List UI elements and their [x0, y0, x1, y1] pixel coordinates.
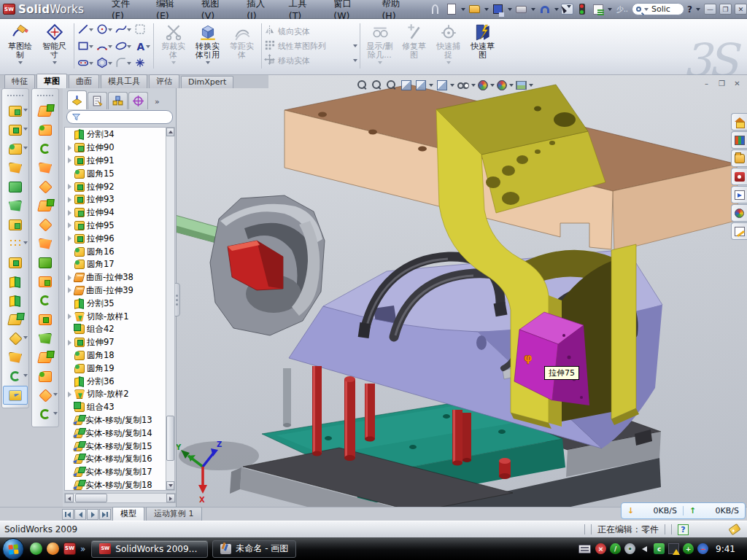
quick-launch-launcher[interactable] — [47, 542, 59, 555]
surfaces-tool-9[interactable] — [33, 253, 58, 272]
taskpane-tab-file-explorer[interactable] — [731, 149, 747, 167]
status-tag-icon[interactable] — [728, 524, 740, 535]
circle-tool-button[interactable] — [96, 21, 113, 38]
features-tool-5[interactable] — [3, 177, 28, 196]
options-button[interactable] — [591, 2, 605, 17]
tree-item-圆角18[interactable]: 圆角18 — [65, 349, 166, 362]
sketch-button[interactable]: 草图绘制 — [3, 20, 37, 71]
pattern-select-tool-button[interactable] — [133, 21, 151, 38]
edit-appearance-icon[interactable] — [478, 80, 488, 90]
apply-scene-dropdown[interactable] — [509, 84, 514, 87]
arc-tool-button[interactable] — [96, 38, 113, 55]
tray-sync-blocked-icon[interactable]: − — [697, 543, 708, 554]
hide-show-items-dropdown[interactable] — [471, 84, 476, 87]
features-tool-7[interactable] — [3, 215, 28, 234]
start-button[interactable] — [2, 538, 24, 560]
expand-arrow[interactable] — [68, 236, 74, 241]
doc-close-button[interactable]: ✕ — [732, 79, 743, 89]
input-method-icon[interactable] — [578, 545, 591, 553]
slot-tool-dropdown[interactable] — [89, 62, 93, 65]
tray-network-warning-icon[interactable] — [668, 543, 679, 554]
ellipse-tool-dropdown[interactable] — [127, 45, 131, 48]
search-input[interactable]: Solic — [632, 3, 684, 15]
surfaces-tool-2[interactable] — [33, 120, 58, 139]
surfaces-tool-1[interactable] — [33, 101, 58, 120]
smart-dimension-dropdown[interactable] — [53, 61, 57, 64]
zoom-fit-icon[interactable] — [356, 79, 368, 91]
tree-item-圆角17[interactable]: 圆角17 — [65, 258, 166, 271]
view-orientation-icon[interactable] — [414, 79, 427, 91]
scroll-down-button[interactable] — [166, 481, 174, 490]
scroll-left-button[interactable] — [65, 494, 74, 502]
surfaces-tool-12[interactable] — [33, 310, 58, 329]
command-tab-评估[interactable]: 评估 — [149, 74, 179, 88]
tree-item-切除-放样1[interactable]: 切除-放样1 — [65, 310, 166, 323]
tree-item-分割36[interactable]: 分割36 — [65, 375, 166, 388]
rapid-sketch-button[interactable]: 快速草图 — [465, 20, 500, 71]
features-tool-3[interactable] — [3, 139, 28, 158]
pin-menu-icon[interactable] — [428, 2, 443, 17]
hide-show-items-icon[interactable] — [457, 79, 469, 91]
surfaces-tool-dropdown-17[interactable] — [53, 412, 58, 415]
model-tab-运动算例 1[interactable]: 运动算例 1 — [146, 507, 202, 521]
surfaces-tool-5[interactable] — [33, 177, 58, 196]
task-button-SolidWorks 2009 - ...[interactable]: SWSolidWorks 2009 - ... — [91, 540, 208, 558]
tree-item-拉伸94[interactable]: 拉伸94 — [65, 206, 166, 219]
tree-item-分割34[interactable]: 分割34 — [65, 128, 166, 141]
features-tool-10[interactable] — [3, 272, 28, 291]
scroll-up-button[interactable] — [166, 128, 174, 136]
slot-tool-button[interactable] — [77, 55, 94, 71]
tree-item-实体-移动/复制15[interactable]: 实体-移动/复制15 — [65, 440, 166, 453]
view-settings-icon[interactable] — [516, 81, 527, 90]
zoom-previous-icon[interactable] — [385, 79, 398, 91]
smart-dimension-button[interactable]: 智能尺寸 — [37, 20, 71, 71]
surfaces-tool-13[interactable] — [33, 329, 58, 348]
tree-item-拉伸96[interactable]: 拉伸96 — [65, 232, 166, 245]
expand-arrow[interactable] — [68, 314, 74, 319]
tab-property-manager[interactable] — [88, 92, 107, 109]
surfaces-tool-10[interactable] — [33, 272, 58, 291]
tray-antivirus-alert-icon[interactable]: × — [595, 543, 606, 554]
tree-filter-input[interactable] — [66, 110, 173, 124]
open-dropdown[interactable] — [484, 8, 489, 11]
features-tool-dropdown-15[interactable] — [23, 374, 28, 377]
rectangle-tool-button[interactable] — [77, 38, 94, 55]
command-tab-特征[interactable]: 特征 — [4, 74, 35, 88]
new-dropdown[interactable] — [461, 8, 465, 11]
view-settings-dropdown[interactable] — [529, 84, 533, 87]
more-tabs-chevron[interactable]: » — [155, 97, 160, 109]
convert-entities-dropdown[interactable] — [206, 61, 210, 64]
features-tool-12[interactable] — [3, 310, 28, 329]
expand-arrow[interactable] — [68, 158, 74, 163]
last-tab-button[interactable] — [99, 509, 111, 520]
surfaces-tool-17[interactable] — [33, 405, 58, 424]
tree-item-切除-放样2[interactable]: 切除-放样2 — [65, 388, 166, 401]
surfaces-tool-4[interactable] — [33, 158, 58, 177]
taskpane-tab-solidworks-toolbox[interactable] — [731, 168, 747, 185]
features-tool-dropdown-3[interactable] — [23, 147, 28, 149]
features-tool-dropdown-1[interactable] — [23, 109, 28, 112]
graphics-viewport[interactable]: φ Y Z X – ❐ ✕ 拉伸75 — [175, 75, 747, 507]
sketch-fillet-tool-button[interactable] — [115, 55, 132, 71]
surfaces-tool-11[interactable] — [33, 291, 58, 310]
save-dropdown[interactable] — [508, 8, 512, 11]
taskpane-tab-solidworks-resources[interactable] — [731, 113, 747, 131]
polygon-tool-dropdown[interactable] — [108, 62, 112, 65]
tree-item-组合42[interactable]: 组合42 — [65, 323, 166, 336]
panel-splitter-grip[interactable] — [175, 283, 180, 316]
first-tab-button[interactable] — [62, 509, 74, 520]
help-dropdown[interactable] — [696, 8, 700, 11]
linear-sketch-pattern-dropdown[interactable] — [353, 44, 357, 47]
features-tool-dropdown-8[interactable] — [23, 241, 28, 244]
ellipse-tool-button[interactable] — [115, 38, 132, 55]
tree-item-拉伸90[interactable]: 拉伸90 — [65, 141, 166, 155]
surfaces-tool-dropdown-16[interactable] — [53, 393, 58, 396]
expand-arrow[interactable] — [68, 340, 74, 346]
surfaces-tool-3[interactable] — [33, 139, 58, 158]
taskpane-tab-design-library[interactable] — [731, 131, 747, 149]
tray-defender-shield-icon[interactable]: + — [683, 543, 694, 554]
tree-item-圆角15[interactable]: 圆角15 — [65, 167, 166, 180]
tab-feature-manager[interactable] — [67, 90, 87, 109]
tree-item-圆角19[interactable]: 圆角19 — [65, 362, 166, 375]
command-tab-DimXpert[interactable]: DimXpert — [181, 76, 233, 88]
